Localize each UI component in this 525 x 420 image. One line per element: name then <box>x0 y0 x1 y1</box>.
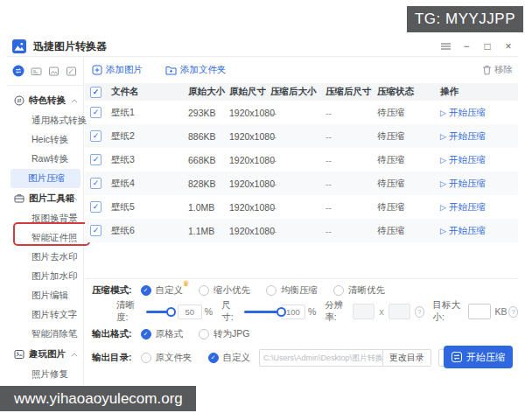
row-checkbox[interactable]: ✓ <box>90 130 102 142</box>
table-row[interactable]: ✓ 壁纸2 886KB 1920x1080 -- -- 待压缩 ▷开始压缩 <box>85 124 518 148</box>
sidebar: 特色转换 通用格式转换 Heic转换 Raw转换 图片压缩 图片工具箱 抠图换背… <box>7 57 84 385</box>
clarity-slider-knob[interactable] <box>166 307 176 317</box>
minimize-button[interactable]: − <box>460 40 472 52</box>
table-header-row: ✓ 文件名 原始大小 原始尺寸 压缩后大小 压缩后尺寸 压缩状态 操作 <box>85 83 518 101</box>
sidebar-group-header[interactable]: 特色转换 <box>7 90 83 111</box>
convert-badge-icon <box>14 95 24 106</box>
start-row-compress-button[interactable]: ▷开始压缩 <box>440 107 518 119</box>
play-icon: ▷ <box>440 108 446 117</box>
format-radio-group: ✓ 原格式 ♛ ✓ 转为JPG ♛ <box>141 328 266 340</box>
menu-icon[interactable] <box>439 40 452 52</box>
output-path-input[interactable]: C:\Users\Admin\Desktop\图片转换器 <box>259 349 383 367</box>
play-icon: ▷ <box>440 179 446 188</box>
radio-option[interactable]: ✓ 转为JPG ♛ <box>199 328 249 340</box>
content-toolbar: 添加图片 添加文件夹 移除 <box>85 58 518 82</box>
sidebar-item[interactable]: 通用格式转换 <box>10 111 80 130</box>
nav-convert-icon[interactable] <box>12 65 24 77</box>
add-folder-button[interactable]: 添加文件夹 <box>165 64 227 76</box>
sidebar-group-header[interactable]: 趣玩图片 <box>7 344 83 365</box>
sidebar-item[interactable]: 抠图换背景 <box>10 209 80 228</box>
clarity-slider[interactable] <box>146 311 171 313</box>
window-controls: − □ × <box>439 37 514 56</box>
screenshot-root: { "colors": { "primary": "#2d68e0", "ann… <box>0 0 525 420</box>
table-row[interactable]: ✓ 壁纸1 293KB 1920x1080 -- -- 待压缩 ▷开始压缩 <box>85 101 518 124</box>
start-row-compress-button[interactable]: ▷开始压缩 <box>440 130 518 143</box>
nav-card-icon[interactable] <box>31 66 42 77</box>
start-compress-button[interactable]: 开始压缩 <box>444 346 513 368</box>
sidebar-item[interactable]: 图片转文字 <box>10 305 80 325</box>
table-row[interactable]: ✓ 壁纸5 1.0MB 1920x1080 -- -- 待压缩 ▷开始压缩 <box>85 195 518 219</box>
sidebar-item[interactable]: 智能消除笔 <box>10 325 80 344</box>
size-slider-knob[interactable] <box>276 307 286 317</box>
output-format-row: 输出格式: ✓ 原格式 ♛ ✓ 转为JPG ♛ <box>85 326 518 343</box>
sidebar-item[interactable]: 智能证件照 <box>10 228 80 248</box>
chevron-up-icon[interactable] <box>71 99 78 103</box>
fun-image-icon <box>14 349 24 360</box>
play-icon: ▷ <box>440 227 446 235</box>
radio-icon: ✓ <box>141 353 151 363</box>
select-all-checkbox[interactable]: ✓ <box>90 87 102 98</box>
start-row-compress-button[interactable]: ▷开始压缩 <box>440 178 518 190</box>
params-row: 清晰度: 50 % 尺寸: 100 % 分辨率: x ? 目标大小: KB ? <box>85 302 518 321</box>
sidebar-item[interactable]: 照片修复 <box>10 365 80 384</box>
chevron-up-icon[interactable] <box>71 197 78 201</box>
play-icon: ▷ <box>440 132 446 141</box>
table-row[interactable]: ✓ 壁纸3 668KB 1920x1080 -- -- 待压缩 ▷开始压缩 <box>85 148 518 172</box>
sidebar-item[interactable]: Raw转换 <box>10 150 80 169</box>
radio-icon: ✓ <box>199 329 209 340</box>
start-row-compress-button[interactable]: ▷开始压缩 <box>440 154 518 166</box>
app-logo-icon <box>12 39 26 53</box>
size-slider[interactable] <box>244 311 274 313</box>
trash-icon <box>482 65 492 75</box>
close-button[interactable]: × <box>502 40 514 52</box>
row-checkbox[interactable]: ✓ <box>90 154 102 165</box>
sidebar-group-header[interactable]: 图片工具箱 <box>7 188 83 209</box>
table-body: ✓ 壁纸1 293KB 1920x1080 -- -- 待压缩 ▷开始压缩 ✓ … <box>85 101 518 242</box>
chevron-up-icon[interactable] <box>71 353 78 357</box>
add-image-icon <box>92 65 102 75</box>
table-row[interactable]: ✓ 壁纸4 828KB 1920x1080 -- -- 待压缩 ▷开始压缩 <box>85 172 518 195</box>
resolution-width-input[interactable] <box>353 304 374 319</box>
start-row-compress-button[interactable]: ▷开始压缩 <box>440 225 518 237</box>
compress-swap-icon <box>452 352 462 362</box>
title-bar: 迅捷图片转换器 − □ × <box>7 37 518 57</box>
row-checkbox[interactable]: ✓ <box>90 225 102 236</box>
maximize-button[interactable]: □ <box>481 40 494 52</box>
target-size-input[interactable] <box>468 304 492 319</box>
radio-option[interactable]: ✓ 原文件夹 ♛ <box>141 352 192 364</box>
clarity-input[interactable]: 50 <box>178 304 202 319</box>
sidebar-item[interactable]: Heic转换 <box>10 130 80 150</box>
radio-option[interactable]: ✓ 均衡压缩 ♛ <box>266 284 318 297</box>
toolbox-icon <box>14 193 24 204</box>
compress-mode-row: 压缩模式: ✓ 自定义 ♛ ✓ 缩小优先 ♛ ✓ 均衡压缩 ♛ ✓ 清晰优先 ♛ <box>85 282 518 299</box>
sidebar-item[interactable]: 图片加水印 <box>10 267 80 286</box>
target-help-icon[interactable]: ? <box>508 306 518 318</box>
radio-option[interactable]: ✓ 原格式 ♛ <box>141 328 184 340</box>
radio-option[interactable]: ✓ 清晰优先 ♛ <box>333 284 385 297</box>
resolution-height-input[interactable] <box>388 304 410 319</box>
radio-icon: ✓ <box>141 329 151 340</box>
radio-option[interactable]: ✓ 自定义 ♛ <box>141 284 184 297</box>
radio-option[interactable]: ✓ 自定义 ♛ <box>208 352 251 364</box>
nav-image-icon[interactable] <box>48 66 60 77</box>
nav-edit-icon[interactable] <box>66 66 77 77</box>
radio-icon: ✓ <box>266 285 276 296</box>
change-dir-button[interactable]: 更改目录 <box>383 349 431 367</box>
add-image-button[interactable]: 添加图片 <box>92 64 143 76</box>
play-icon: ▷ <box>440 156 446 164</box>
remove-button[interactable]: 移除 <box>482 64 513 76</box>
table-row[interactable]: ✓ 壁纸6 1.1MB 1920x1080 -- -- 待压缩 ▷开始压缩 <box>85 219 518 242</box>
sidebar-item[interactable]: 图片压缩 <box>10 169 80 188</box>
radio-icon: ✓ <box>333 285 344 296</box>
file-table: ✓ 文件名 原始大小 原始尺寸 压缩后大小 压缩后尺寸 压缩状态 操作 ✓ 壁纸… <box>85 83 518 242</box>
sidebar-item[interactable]: 图片编辑 <box>10 286 80 305</box>
row-checkbox[interactable]: ✓ <box>90 201 102 213</box>
radio-option[interactable]: ✓ 缩小优先 ♛ <box>199 284 250 297</box>
row-checkbox[interactable]: ✓ <box>90 107 102 118</box>
sidebar-item[interactable]: 图片去水印 <box>10 248 80 267</box>
sidebar-menu: 特色转换 通用格式转换 Heic转换 Raw转换 图片压缩 图片工具箱 抠图换背… <box>7 90 83 384</box>
start-row-compress-button[interactable]: ▷开始压缩 <box>440 201 518 214</box>
row-checkbox[interactable]: ✓ <box>90 178 102 189</box>
output-radio-group: ✓ 原文件夹 ♛ ✓ 自定义 ♛ <box>141 352 267 364</box>
resolution-help-icon[interactable]: ? <box>415 306 424 318</box>
